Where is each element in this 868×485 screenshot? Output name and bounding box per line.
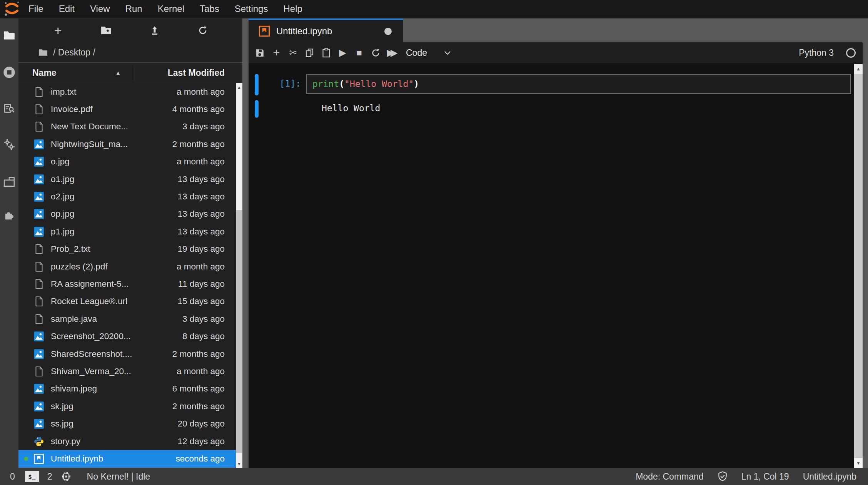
file-row[interactable]: p1.jpg 13 days ago bbox=[18, 223, 242, 240]
active-filename[interactable]: Untitled.ipynb bbox=[803, 472, 856, 482]
notebook-scrollbar[interactable]: ▲ ▼ bbox=[854, 64, 863, 468]
kernel-chip-icon[interactable] bbox=[61, 471, 72, 482]
menu-view[interactable]: View bbox=[82, 0, 118, 18]
file-row[interactable]: New Text Docume... 3 days ago bbox=[18, 118, 242, 135]
image-file-icon-slot bbox=[33, 208, 45, 220]
file-row[interactable]: Untitled.ipynb seconds ago bbox=[18, 450, 242, 467]
menu-tabs[interactable]: Tabs bbox=[192, 0, 227, 18]
file-row[interactable]: ss.jpg 20 days ago bbox=[18, 415, 242, 432]
new-launcher-button[interactable]: + bbox=[49, 22, 67, 39]
restart-kernel-icon[interactable] bbox=[367, 44, 384, 61]
add-cell-icon[interactable]: + bbox=[268, 44, 285, 61]
unsaved-changes-dot[interactable] bbox=[384, 28, 392, 35]
sort-ascending-icon[interactable]: ▲ bbox=[115, 70, 121, 76]
save-icon[interactable] bbox=[252, 44, 268, 61]
run-icon[interactable]: ▶ bbox=[334, 44, 351, 61]
file-name: Prob_2.txt bbox=[51, 244, 177, 254]
output-collapser[interactable] bbox=[255, 100, 259, 118]
stop-icon[interactable]: ■ bbox=[351, 44, 367, 61]
code-token-string: "Hello World" bbox=[344, 79, 414, 89]
file-row[interactable]: story.py 12 days ago bbox=[18, 433, 242, 450]
image-file-icon-slot bbox=[33, 348, 45, 360]
file-list-header: Name ▲ Last Modified bbox=[18, 62, 242, 83]
running-kernels-icon[interactable] bbox=[0, 64, 18, 81]
file-row[interactable]: Shivam_Verma_20... a month ago bbox=[18, 363, 242, 380]
trust-shield-icon[interactable] bbox=[718, 471, 728, 482]
copy-icon[interactable] bbox=[301, 44, 318, 61]
file-row[interactable]: o2.jpg 13 days ago bbox=[18, 188, 242, 205]
file-row[interactable]: RA assignement-5... 11 days ago bbox=[18, 275, 242, 293]
file-row[interactable]: Screenshot_20200... 8 days ago bbox=[18, 328, 242, 345]
file-browser-tab-icon[interactable] bbox=[0, 27, 18, 44]
menu-file[interactable]: File bbox=[21, 0, 51, 18]
property-inspector-icon[interactable] bbox=[0, 136, 18, 153]
refresh-button[interactable] bbox=[194, 22, 212, 39]
column-name[interactable]: Name bbox=[18, 68, 57, 78]
file-modified: a month ago bbox=[177, 262, 225, 272]
kernel-sessions-count[interactable]: 0 bbox=[10, 472, 15, 482]
input-collapser[interactable] bbox=[255, 74, 259, 95]
fast-forward-icon[interactable]: ▶▶ bbox=[384, 44, 401, 61]
doc-file-icon-slot bbox=[33, 296, 45, 307]
kernel-status-icon[interactable] bbox=[846, 48, 856, 58]
upload-button[interactable] bbox=[146, 22, 164, 39]
file-row[interactable]: sample.java 3 days ago bbox=[18, 310, 242, 328]
code-editor[interactable]: print("Hello World") bbox=[306, 74, 851, 94]
notebook-icon bbox=[259, 25, 270, 37]
file-name: Untitled.ipynb bbox=[51, 454, 175, 464]
file-name: SharedScreenshot.... bbox=[51, 349, 172, 359]
file-name: sk.jpg bbox=[51, 401, 172, 411]
file-row[interactable]: imp.txt a month ago bbox=[18, 83, 242, 100]
file-row[interactable]: NightwingSuit_ma... 2 months ago bbox=[18, 135, 242, 153]
cut-icon[interactable]: ✂ bbox=[285, 44, 301, 61]
scroll-up-arrow[interactable]: ▲ bbox=[236, 83, 242, 92]
code-token-paren: ) bbox=[414, 79, 419, 89]
terminals-count[interactable]: 2 bbox=[47, 472, 52, 482]
doc-file-icon-slot bbox=[33, 86, 45, 98]
file-row[interactable]: Rocket League®.url 15 days ago bbox=[18, 293, 242, 310]
breadcrumb[interactable]: / Desktop / bbox=[18, 42, 242, 62]
command-palette-icon[interactable] bbox=[0, 100, 18, 117]
file-row[interactable]: SharedScreenshot.... 2 months ago bbox=[18, 345, 242, 363]
open-tabs-icon[interactable] bbox=[0, 173, 18, 190]
file-row[interactable]: op.jpg 13 days ago bbox=[18, 206, 242, 223]
file-name: o1.jpg bbox=[51, 174, 177, 184]
doc-file-icon bbox=[34, 296, 44, 307]
execution-count: [1]: bbox=[259, 74, 301, 95]
cursor-position[interactable]: Ln 1, Col 19 bbox=[741, 472, 789, 482]
terminal-icon[interactable]: $_ bbox=[25, 471, 39, 482]
file-row[interactable]: sk.jpg 2 months ago bbox=[18, 398, 242, 415]
doc-file-icon bbox=[34, 244, 44, 254]
file-row[interactable]: o1.jpg 13 days ago bbox=[18, 171, 242, 188]
kernel-name[interactable]: Python 3 bbox=[799, 48, 834, 58]
file-row[interactable]: o.jpg a month ago bbox=[18, 153, 242, 171]
main-dock-panel: Untitled.ipynb + ✂ ▶ ■ ▶▶ Code Python 3 bbox=[249, 18, 863, 468]
kernel-status-text[interactable]: No Kernel! | Idle bbox=[87, 472, 150, 482]
doc-file-icon bbox=[34, 121, 44, 132]
paste-icon[interactable] bbox=[318, 44, 334, 61]
menu-edit[interactable]: Edit bbox=[51, 0, 82, 18]
code-cell[interactable]: [1]: print("Hello World") bbox=[249, 74, 863, 95]
column-last-modified[interactable]: Last Modified bbox=[168, 68, 225, 78]
mode-indicator[interactable]: Mode: Command bbox=[636, 472, 703, 482]
menu-help[interactable]: Help bbox=[275, 0, 310, 18]
file-row[interactable]: Prob_2.txt 19 days ago bbox=[18, 241, 242, 258]
file-row[interactable]: puzzles (2).pdf a month ago bbox=[18, 258, 242, 275]
scroll-up-arrow[interactable]: ▲ bbox=[854, 64, 863, 74]
extensions-icon[interactable] bbox=[0, 207, 18, 224]
scrollbar-thumb[interactable] bbox=[236, 210, 242, 453]
cell-type-dropdown[interactable]: Code bbox=[406, 48, 427, 58]
file-row[interactable]: shivam.jpeg 6 months ago bbox=[18, 380, 242, 398]
image-file-icon-slot bbox=[33, 401, 45, 412]
notebook-tab[interactable]: Untitled.ipynb bbox=[249, 18, 403, 42]
menu-kernel[interactable]: Kernel bbox=[150, 0, 192, 18]
scroll-down-arrow[interactable]: ▼ bbox=[854, 458, 863, 468]
doc-file-icon bbox=[34, 104, 44, 115]
menu-run[interactable]: Run bbox=[118, 0, 150, 18]
file-list-scrollbar[interactable]: ▲ ▼ bbox=[236, 83, 242, 468]
chevron-down-icon[interactable] bbox=[444, 51, 451, 55]
file-row[interactable]: Invoice.pdf 4 months ago bbox=[18, 100, 242, 118]
menu-settings[interactable]: Settings bbox=[227, 0, 276, 18]
scroll-down-arrow[interactable]: ▼ bbox=[236, 460, 242, 468]
new-folder-button[interactable] bbox=[97, 22, 115, 39]
